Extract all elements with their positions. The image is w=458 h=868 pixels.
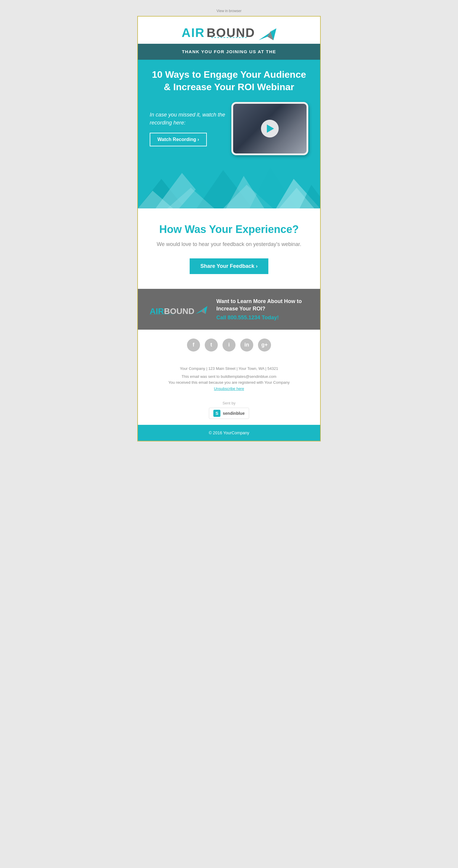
copyright-bar: © 2016 YourCompany [138,425,320,441]
view-in-browser-text: View in browser [217,9,241,13]
footer-email-text: This email was sent to buildtemplates@se… [150,374,308,392]
geo-svg [138,161,320,209]
logo-plane-icon [259,25,276,40]
sendinblue-icon: S [213,410,221,417]
footer-cta-text: Want to Learn More About How to Increase… [216,298,308,320]
feedback-section: How Was Your Experience? We would love t… [138,209,320,289]
footer-cta-heading: Want to Learn More About How to Increase… [216,298,308,312]
copyright-text: © 2016 YourCompany [208,430,249,435]
sendinblue-badge[interactable]: S sendinblue [209,408,249,419]
sendinblue-text: sendinblue [223,411,245,416]
hero-content-row: In case you missed it, watch the recordi… [150,102,308,161]
hero-left: In case you missed it, watch the recordi… [150,111,225,146]
hero-section: THANK YOU FOR JOINING US AT THE 10 Ways … [138,44,320,209]
view-in-browser-link[interactable]: View in browser [137,6,321,16]
logo-container: AIRBOUND [182,25,276,40]
hero-top-bar-text: THANK YOU FOR JOINING US AT THE [182,49,276,54]
sent-by-section: Sent by S sendinblue [138,395,320,425]
hero-right [231,102,308,155]
footer-email-line1: This email was sent to buildtemplates@se… [150,374,308,380]
feedback-subtitle: We would love to hear your feedback on y… [150,240,308,248]
footer-email-line2: You received this email because you are … [150,380,308,386]
hero-title: 10 Ways to Engage Your Audience & Increa… [150,69,308,93]
svg-marker-16 [196,306,207,314]
unsubscribe-link[interactable]: Unsubscribe here [214,386,244,391]
hero-main: 10 Ways to Engage Your Audience & Increa… [138,60,320,161]
linkedin-icon[interactable]: in [240,339,253,351]
hero-geometric-bg [138,161,320,209]
hero-body-text: In case you missed it, watch the recordi… [150,111,225,127]
footer-cta-phone: Call 800.555.1234 Today! [216,315,308,321]
hero-top-bar: THANK YOU FOR JOINING US AT THE [138,44,320,60]
social-icons-container: f t i in g+ [150,339,308,351]
googleplus-icon[interactable]: g+ [258,339,271,351]
play-icon [267,124,274,133]
footer-logo: AIRBOUND [150,304,207,315]
footer-logo-air: AIR [150,307,164,316]
footer-plane-icon [196,304,207,314]
footer-info: Your Company | 123 Main Street | Your To… [138,361,320,395]
logo-bound: BOUND [206,26,255,40]
watch-recording-button[interactable]: Watch Recording › [150,133,207,146]
instagram-icon[interactable]: i [223,339,235,351]
tablet-device-mock [231,102,308,155]
tablet-screen [233,104,307,153]
footer-logo-bound: BOUND [164,307,194,316]
share-feedback-button[interactable]: Share Your Feedback › [190,258,268,274]
sent-by-text: Sent by [144,401,314,405]
footer-cta-section: AIRBOUND Want to Learn More About How to… [138,289,320,329]
feedback-title: How Was Your Experience? [150,223,308,236]
facebook-icon[interactable]: f [187,339,200,351]
play-button[interactable] [261,120,279,137]
twitter-icon[interactable]: t [205,339,218,351]
header-section: AIRBOUND [138,17,320,44]
footer-address: Your Company | 123 Main Street | Your To… [150,366,308,371]
social-section: f t i in g+ [138,330,320,361]
logo-air: AIR [182,26,205,40]
